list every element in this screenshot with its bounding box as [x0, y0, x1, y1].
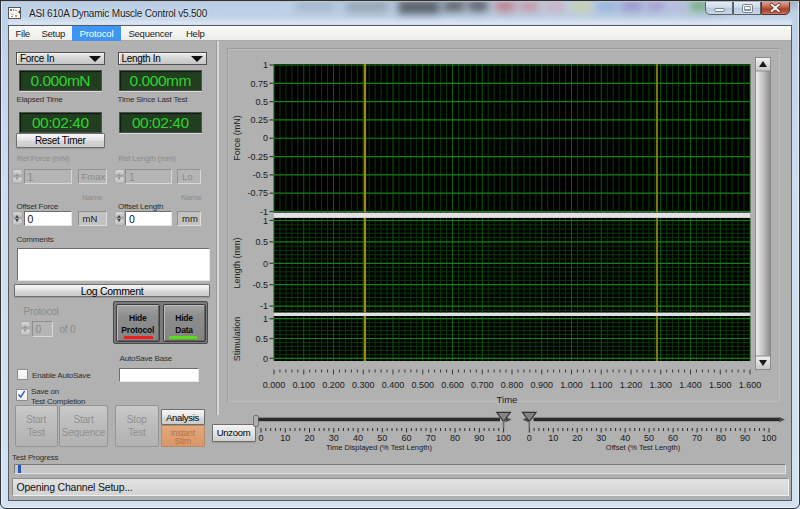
- svg-text:100: 100: [496, 433, 511, 443]
- svg-text:50: 50: [644, 433, 654, 443]
- svg-text:-0.5: -0.5: [252, 280, 268, 290]
- svg-text:0.5: 0.5: [255, 334, 268, 344]
- svg-text:100: 100: [761, 433, 776, 443]
- svg-text:10: 10: [548, 433, 558, 443]
- svg-text:30: 30: [329, 433, 339, 443]
- svg-text:Force (mN): Force (mN): [232, 115, 242, 161]
- svg-text:-0.25: -0.25: [247, 152, 268, 162]
- svg-text:1: 1: [263, 60, 268, 70]
- svg-text:90: 90: [474, 433, 484, 443]
- svg-text:0.5: 0.5: [255, 97, 268, 107]
- svg-text:90: 90: [740, 433, 750, 443]
- svg-text:0.000: 0.000: [263, 380, 286, 390]
- svg-text:0.300: 0.300: [352, 380, 375, 390]
- svg-text:0.5: 0.5: [255, 237, 268, 247]
- svg-text:80: 80: [716, 433, 726, 443]
- svg-text:-0.75: -0.75: [247, 188, 268, 198]
- svg-text:Length (mm): Length (mm): [232, 237, 242, 288]
- svg-text:0.500: 0.500: [412, 380, 435, 390]
- svg-text:0.75: 0.75: [250, 79, 268, 89]
- svg-text:0: 0: [258, 433, 263, 443]
- svg-text:0.25: 0.25: [250, 115, 268, 125]
- svg-text:70: 70: [426, 433, 436, 443]
- svg-text:1.600: 1.600: [739, 380, 762, 390]
- svg-text:10: 10: [280, 433, 290, 443]
- svg-text:0.600: 0.600: [441, 380, 464, 390]
- svg-text:50: 50: [377, 433, 387, 443]
- svg-text:40: 40: [353, 433, 363, 443]
- svg-text:1.100: 1.100: [590, 380, 613, 390]
- svg-text:1: 1: [263, 216, 268, 226]
- svg-text:0.800: 0.800: [501, 380, 524, 390]
- svg-text:Offset (% Test Length): Offset (% Test Length): [606, 443, 681, 452]
- svg-text:20: 20: [572, 433, 582, 443]
- svg-text:30: 30: [596, 433, 606, 443]
- svg-text:1.500: 1.500: [709, 380, 732, 390]
- svg-text:0.900: 0.900: [531, 380, 554, 390]
- svg-text:0: 0: [527, 433, 532, 443]
- svg-text:1.000: 1.000: [560, 380, 583, 390]
- svg-text:-0.5: -0.5: [252, 170, 268, 180]
- svg-text:1: 1: [263, 314, 268, 324]
- svg-text:0: 0: [263, 259, 268, 269]
- svg-text:60: 60: [668, 433, 678, 443]
- svg-text:40: 40: [620, 433, 630, 443]
- svg-text:60: 60: [402, 433, 412, 443]
- svg-text:80: 80: [450, 433, 460, 443]
- svg-text:0.200: 0.200: [322, 380, 345, 390]
- svg-text:20: 20: [304, 433, 314, 443]
- svg-text:1.400: 1.400: [679, 380, 702, 390]
- svg-text:70: 70: [692, 433, 702, 443]
- svg-text:0.100: 0.100: [293, 380, 316, 390]
- svg-text:Time: Time: [497, 394, 518, 405]
- svg-text:1.200: 1.200: [620, 380, 643, 390]
- svg-text:Time Displayed (% Test Length): Time Displayed (% Test Length): [326, 443, 432, 452]
- svg-text:0.700: 0.700: [471, 380, 494, 390]
- svg-text:1.300: 1.300: [650, 380, 673, 390]
- svg-text:0: 0: [263, 354, 268, 364]
- svg-text:Stimulation: Stimulation: [232, 317, 242, 362]
- svg-text:0.400: 0.400: [382, 380, 405, 390]
- svg-text:0: 0: [263, 133, 268, 143]
- svg-text:-1: -1: [260, 301, 268, 311]
